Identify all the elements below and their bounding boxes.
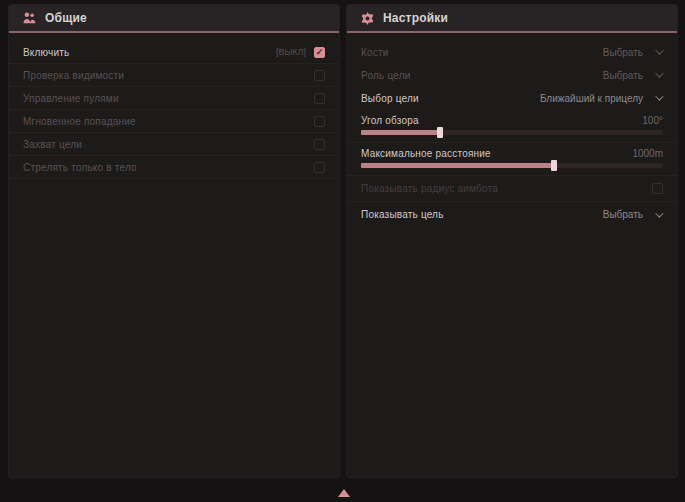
gear-icon [360, 11, 375, 26]
row-fov: Угол обзора 100° [347, 110, 677, 143]
max-distance-value: 1000m [632, 148, 663, 159]
setting-label: Проверка видимости [23, 70, 124, 81]
show-aimbot-radius-checkbox[interactable] [652, 183, 663, 194]
check-icon: ✓ [316, 48, 324, 57]
slider-thumb[interactable] [437, 127, 443, 138]
setting-label: Включить [23, 47, 69, 58]
row-bones: Кости Выбрать [347, 41, 677, 64]
row-controls: [ВЫКЛ] ✓ [276, 47, 325, 58]
slider-fill [361, 130, 440, 135]
setting-label: Максимальное расстояние [361, 148, 491, 159]
dropdown-value: Выбрать [603, 47, 643, 58]
show-target-dropdown[interactable]: Выбрать [603, 209, 663, 220]
fov-value: 100° [642, 115, 663, 126]
target-grab-checkbox[interactable] [314, 139, 325, 150]
chevron-down-icon [655, 46, 663, 54]
visibility-check-checkbox[interactable] [314, 70, 325, 81]
setting-label: Показывать цель [361, 209, 444, 220]
setting-label: Выбор цели [361, 93, 419, 104]
fov-slider[interactable] [361, 130, 663, 135]
slider-head: Угол обзора 100° [361, 113, 663, 127]
chevron-down-icon [655, 92, 663, 100]
bones-dropdown[interactable]: Выбрать [603, 47, 663, 58]
setting-label: Угол обзора [361, 115, 419, 126]
row-body-only-shoot: Стрелять только в тело [9, 156, 339, 179]
setting-label: Стрелять только в тело [23, 162, 137, 173]
row-bullet-control: Управление пулями [9, 87, 339, 110]
row-target-role: Роль цели Выбрать [347, 64, 677, 87]
setting-label: Кости [361, 47, 389, 58]
slider-thumb[interactable] [551, 160, 557, 171]
slider-fill [361, 163, 554, 168]
row-show-target: Показывать цель Выбрать [347, 202, 677, 228]
setting-label: Показывать радиус аимбота [361, 183, 498, 194]
people-icon [22, 11, 37, 26]
row-max-distance: Максимальное расстояние 1000m [347, 143, 677, 176]
panel-settings-header: Настройки [347, 5, 677, 33]
bullet-control-checkbox[interactable] [314, 93, 325, 104]
panel-general: Общие Включить [ВЫКЛ] ✓ Проверка видимос… [8, 4, 340, 478]
slider-head: Максимальное расстояние 1000m [361, 146, 663, 160]
row-target-grab: Захват цели [9, 133, 339, 156]
panel-general-body: Включить [ВЫКЛ] ✓ Проверка видимости Упр… [9, 33, 339, 179]
scroll-up-indicator[interactable] [338, 489, 350, 497]
chevron-down-icon [655, 69, 663, 77]
setting-label: Мгновенное попадание [23, 116, 136, 127]
panel-settings-body: Кости Выбрать Роль цели Выбрать Выбор це… [347, 33, 677, 228]
setting-label: Роль цели [361, 70, 410, 81]
panel-general-header: Общие [9, 5, 339, 33]
chevron-down-icon [655, 209, 663, 217]
instant-hit-checkbox[interactable] [314, 116, 325, 127]
keybind-label: [ВЫКЛ] [276, 47, 306, 57]
target-role-dropdown[interactable]: Выбрать [603, 70, 663, 81]
row-enable: Включить [ВЫКЛ] ✓ [9, 41, 339, 64]
max-distance-slider[interactable] [361, 163, 663, 168]
row-instant-hit: Мгновенное попадание [9, 110, 339, 133]
body-only-shoot-checkbox[interactable] [314, 162, 325, 173]
dropdown-value: Выбрать [603, 70, 643, 81]
setting-label: Управление пулями [23, 93, 119, 104]
panels-container: Общие Включить [ВЫКЛ] ✓ Проверка видимос… [8, 4, 678, 478]
target-select-dropdown[interactable]: Ближайший к прицелу [540, 93, 663, 104]
panel-title: Настройки [383, 11, 448, 25]
dropdown-value: Ближайший к прицелу [540, 93, 643, 104]
panel-title: Общие [45, 11, 87, 25]
enable-checkbox[interactable]: ✓ [314, 47, 325, 58]
row-visibility-check: Проверка видимости [9, 64, 339, 87]
row-target-select: Выбор цели Ближайший к прицелу [347, 87, 677, 110]
row-show-aimbot-radius: Показывать радиус аимбота [347, 176, 677, 202]
setting-label: Захват цели [23, 139, 82, 150]
dropdown-value: Выбрать [603, 209, 643, 220]
panel-settings: Настройки Кости Выбрать Роль цели Выбрат… [346, 4, 678, 478]
